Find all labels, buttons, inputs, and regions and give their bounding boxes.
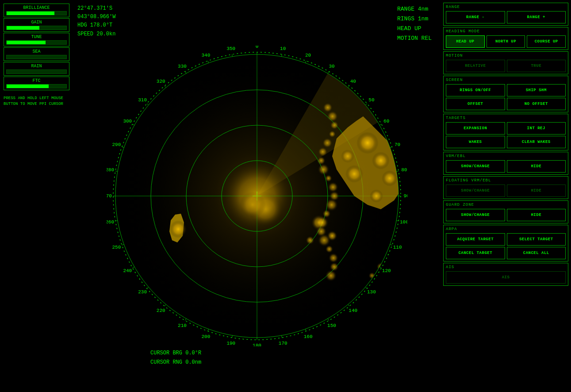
btn-ship-shm[interactable]: SHIP SHM <box>507 84 566 96</box>
btn-int-rej[interactable]: INT REJ <box>507 122 566 135</box>
cursor-rng: CURSOR RNG 0.0nm <box>150 358 201 368</box>
button-row: OFFSETNO OFFSET <box>446 98 566 110</box>
section-title: VRM/EBL <box>446 154 566 158</box>
btn-rings-on-off[interactable]: RINGS ON/OFF <box>446 84 505 96</box>
section-title: MOTION <box>446 54 566 58</box>
slider-fill <box>7 41 46 44</box>
longitude: 043°08.966'W <box>77 13 115 21</box>
section-screen: SCREENRINGS ON/OFFSHIP SHMOFFSETNO OFFSE… <box>443 76 568 112</box>
button-row: ACQUIRE TARGETSELECT TARGET <box>446 233 566 246</box>
button-row: RELATIVETRUE <box>446 60 566 72</box>
section-title: RANGE <box>446 5 566 9</box>
speed: SPEED 20.0kn <box>77 30 115 38</box>
btn-show-change[interactable]: SHOW/CHANGE <box>446 160 505 173</box>
section-title: SCREEN <box>446 78 566 82</box>
btn-show-change[interactable]: SHOW/CHANGE <box>446 184 505 197</box>
head-display: HEAD UP <box>397 24 432 34</box>
slider-track[interactable] <box>6 40 67 45</box>
slider-track[interactable] <box>6 55 67 59</box>
section-range: RANGERANGE -RANGE + <box>443 3 568 26</box>
radar-area[interactable]: 22°47.371'S 043°08.966'W HDG 178.0°T SPE… <box>73 0 441 392</box>
button-row: SHOW/CHANGEHIDE <box>446 184 566 197</box>
btn-acquire-target[interactable]: ACQUIRE TARGET <box>446 233 505 246</box>
instruction-text: PRESS AND HOLD LEFT MOUSE BUTTON TO MOVE… <box>4 96 69 107</box>
btn-range--[interactable]: RANGE - <box>446 11 505 23</box>
cursor-brg: CURSOR BRG 0.0°R <box>150 349 201 358</box>
btn-range-+[interactable]: RANGE + <box>507 11 566 23</box>
section-guard-zone: GUARD ZONESHOW/CHANGEHIDE <box>443 200 568 223</box>
section-title: FLOATING VRM/EBL <box>446 178 566 183</box>
radar-info-top: 22°47.371'S 043°08.966'W HDG 178.0°T SPE… <box>77 4 115 38</box>
btn-select-target[interactable]: SELECT TARGET <box>507 233 566 246</box>
btn-hide[interactable]: HIDE <box>507 160 566 173</box>
section-title: TARGETS <box>446 116 566 120</box>
section-arpa: ARPAACQUIRE TARGETSELECT TARGETCANCEL TA… <box>443 225 568 261</box>
btn-ais[interactable]: AIS <box>446 271 566 284</box>
section-ais: AISAIS <box>443 263 568 286</box>
button-row: AIS <box>446 271 566 284</box>
latitude: 22°47.371'S <box>77 4 115 13</box>
section-title: HEADING MODE <box>446 29 566 34</box>
slider-label: BRILLIANCE <box>6 5 67 10</box>
button-row: RANGE -RANGE + <box>446 11 566 23</box>
button-row: CANCEL TARGETCANCEL ALL <box>446 247 566 259</box>
button-row: HEAD UPNORTH UPCOURSE UP <box>446 35 566 48</box>
heading: HDG 178.0°T <box>77 21 115 30</box>
btn-course-up[interactable]: COURSE UP <box>527 35 566 48</box>
section-title: AIS <box>446 265 566 269</box>
section-heading-mode: HEADING MODEHEAD UPNORTH UPCOURSE UP <box>443 27 568 50</box>
slider-rain[interactable]: RAIN <box>4 62 69 76</box>
button-row: EXPANSIONINT REJ <box>446 122 566 135</box>
section-vrm-ebl: VRM/EBLSHOW/CHANGEHIDE <box>443 152 568 175</box>
btn-relative[interactable]: RELATIVE <box>446 60 505 72</box>
section-motion: MOTIONRELATIVETRUE <box>443 51 568 74</box>
btn-hide[interactable]: HIDE <box>507 209 566 221</box>
slider-label: TUNE <box>6 35 67 39</box>
button-row: SHOW/CHANGEHIDE <box>446 160 566 173</box>
btn-cancel-all[interactable]: CANCEL ALL <box>507 247 566 259</box>
btn-no-offset[interactable]: NO OFFSET <box>507 98 566 110</box>
cursor-info: CURSOR BRG 0.0°R CURSOR RNG 0.0nm <box>150 349 201 368</box>
slider-label: GAIN <box>6 20 67 25</box>
range-display: RANGE 4nm <box>397 4 432 14</box>
btn-true[interactable]: TRUE <box>507 60 566 72</box>
btn-clear-wakes[interactable]: CLEAR WAKES <box>507 136 566 148</box>
motion-display: MOTION REL <box>397 34 432 43</box>
slider-ftc[interactable]: FTC <box>4 77 69 90</box>
slider-track[interactable] <box>6 11 67 15</box>
slider-label: SEA <box>6 49 67 54</box>
btn-head-up[interactable]: HEAD UP <box>446 35 485 48</box>
button-row: RINGS ON/OFFSHIP SHM <box>446 84 566 96</box>
slider-track[interactable] <box>6 84 67 88</box>
section-floating-vrm-ebl: FLOATING VRM/EBLSHOW/CHANGEHIDE <box>443 176 568 199</box>
slider-label: RAIN <box>6 64 67 69</box>
slider-gain[interactable]: GAIN <box>4 18 69 32</box>
radar-display[interactable] <box>107 46 407 346</box>
radar-status: RANGE 4nm RINGS 1nm HEAD UP MOTION REL <box>397 4 432 43</box>
left-panel: BRILLIANCE GAIN TUNE SEA RAIN FTC PRESS … <box>0 0 73 392</box>
btn-offset[interactable]: OFFSET <box>446 98 505 110</box>
btn-north-up[interactable]: NORTH UP <box>487 35 525 48</box>
slider-fill <box>7 26 39 30</box>
btn-cancel-target[interactable]: CANCEL TARGET <box>446 247 505 259</box>
btn-hide[interactable]: HIDE <box>507 184 566 197</box>
button-row: SHOW/CHANGEHIDE <box>446 209 566 221</box>
btn-wakes[interactable]: WAKES <box>446 136 505 148</box>
slider-fill <box>7 85 49 88</box>
section-title: GUARD ZONE <box>446 203 566 207</box>
section-title: ARPA <box>446 227 566 231</box>
slider-brilliance[interactable]: BRILLIANCE <box>4 4 69 17</box>
slider-tune[interactable]: TUNE <box>4 33 69 46</box>
slider-track[interactable] <box>6 69 67 74</box>
button-row: WAKESCLEAR WAKES <box>446 136 566 148</box>
slider-track[interactable] <box>6 26 67 30</box>
right-panel: RANGERANGE -RANGE +HEADING MODEHEAD UPNO… <box>441 0 571 392</box>
btn-show-change[interactable]: SHOW/CHANGE <box>446 209 505 221</box>
slider-label: FTC <box>6 78 67 83</box>
rings-display: RINGS 1nm <box>397 14 432 24</box>
slider-sea[interactable]: SEA <box>4 47 69 61</box>
slider-fill <box>7 12 54 15</box>
section-targets: TARGETSEXPANSIONINT REJWAKESCLEAR WAKES <box>443 114 568 150</box>
btn-expansion[interactable]: EXPANSION <box>446 122 505 135</box>
